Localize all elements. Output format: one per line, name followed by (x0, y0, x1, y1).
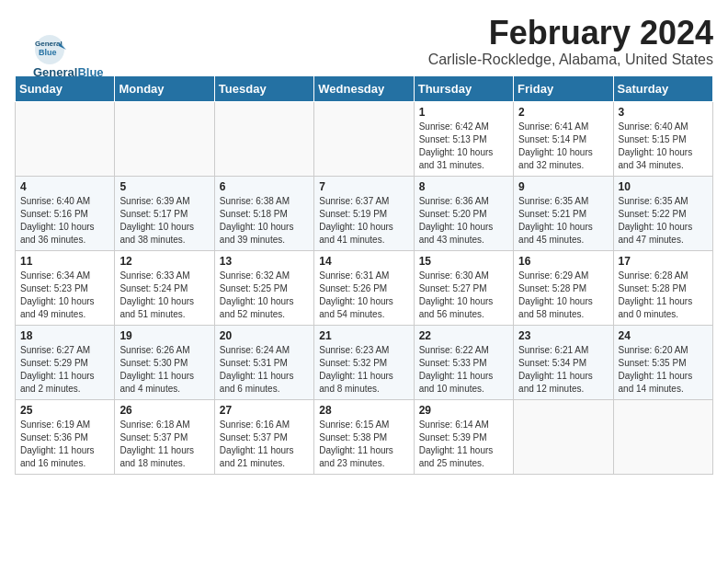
calendar-cell: 17Sunrise: 6:28 AMSunset: 5:28 PMDayligh… (613, 250, 712, 325)
day-info: Sunrise: 6:14 AMSunset: 5:39 PMDaylight:… (419, 419, 508, 470)
day-number: 6 (220, 180, 309, 193)
day-header-sunday: Sunday (16, 75, 115, 101)
calendar-week-row: 18Sunrise: 6:27 AMSunset: 5:29 PMDayligh… (16, 325, 713, 399)
calendar-cell: 8Sunrise: 6:36 AMSunset: 5:20 PMDaylight… (414, 176, 513, 250)
day-number: 5 (119, 180, 209, 193)
day-number: 12 (119, 255, 209, 268)
day-info: Sunrise: 6:35 AMSunset: 5:21 PMDaylight:… (518, 195, 608, 247)
day-info: Sunrise: 6:15 AMSunset: 5:38 PMDaylight:… (319, 419, 408, 470)
day-info: Sunrise: 6:33 AMSunset: 5:24 PMDaylight:… (119, 270, 209, 321)
calendar-cell: 21Sunrise: 6:23 AMSunset: 5:32 PMDayligh… (314, 325, 414, 399)
page-header: February 2024 Carlisle-Rockledge, Alabam… (15, 15, 713, 68)
day-number: 23 (518, 329, 608, 342)
day-number: 7 (319, 180, 408, 193)
day-info: Sunrise: 6:42 AMSunset: 5:13 PMDaylight:… (419, 121, 508, 172)
day-header-wednesday: Wednesday (314, 75, 414, 101)
day-header-saturday: Saturday (613, 75, 712, 101)
calendar-cell: 24Sunrise: 6:20 AMSunset: 5:35 PMDayligh… (613, 325, 712, 399)
day-info: Sunrise: 6:30 AMSunset: 5:27 PMDaylight:… (419, 270, 508, 321)
calendar-table: SundayMondayTuesdayWednesdayThursdayFrid… (15, 75, 713, 475)
svg-text:Blue: Blue (39, 48, 57, 57)
day-number: 29 (419, 404, 508, 417)
day-number: 13 (220, 255, 309, 268)
day-info: Sunrise: 6:31 AMSunset: 5:26 PMDaylight:… (319, 270, 408, 321)
day-number: 18 (20, 329, 109, 342)
month-year-title: February 2024 (15, 15, 713, 52)
calendar-cell: 11Sunrise: 6:34 AMSunset: 5:23 PMDayligh… (16, 250, 115, 325)
day-info: Sunrise: 6:21 AMSunset: 5:34 PMDaylight:… (518, 344, 608, 396)
calendar-cell: 12Sunrise: 6:33 AMSunset: 5:24 PMDayligh… (115, 250, 214, 325)
calendar-cell: 22Sunrise: 6:22 AMSunset: 5:33 PMDayligh… (414, 325, 513, 399)
day-number: 3 (619, 106, 708, 119)
day-number: 22 (419, 329, 508, 342)
calendar-cell: 2Sunrise: 6:41 AMSunset: 5:14 PMDaylight… (514, 101, 613, 176)
day-header-thursday: Thursday (414, 75, 513, 101)
day-number: 11 (20, 255, 109, 268)
calendar-cell: 6Sunrise: 6:38 AMSunset: 5:18 PMDaylight… (214, 176, 313, 250)
calendar-cell (314, 101, 414, 176)
day-info: Sunrise: 6:40 AMSunset: 5:15 PMDaylight:… (619, 121, 708, 172)
logo: General Blue GeneralBlue (33, 33, 104, 78)
calendar-cell (115, 101, 214, 176)
calendar-cell: 27Sunrise: 6:16 AMSunset: 5:37 PMDayligh… (214, 399, 313, 474)
day-info: Sunrise: 6:20 AMSunset: 5:35 PMDaylight:… (619, 344, 708, 396)
calendar-week-row: 1Sunrise: 6:42 AMSunset: 5:13 PMDaylight… (16, 101, 713, 176)
day-info: Sunrise: 6:27 AMSunset: 5:29 PMDaylight:… (20, 344, 109, 396)
day-header-monday: Monday (115, 75, 214, 101)
day-info: Sunrise: 6:24 AMSunset: 5:31 PMDaylight:… (220, 344, 309, 396)
calendar-cell (514, 399, 613, 474)
day-info: Sunrise: 6:16 AMSunset: 5:37 PMDaylight:… (220, 419, 309, 470)
day-number: 16 (518, 255, 608, 268)
day-info: Sunrise: 6:32 AMSunset: 5:25 PMDaylight:… (220, 270, 309, 321)
day-number: 14 (319, 255, 408, 268)
calendar-cell: 15Sunrise: 6:30 AMSunset: 5:27 PMDayligh… (414, 250, 513, 325)
day-header-tuesday: Tuesday (214, 75, 313, 101)
day-info: Sunrise: 6:39 AMSunset: 5:17 PMDaylight:… (119, 195, 209, 247)
day-info: Sunrise: 6:22 AMSunset: 5:33 PMDaylight:… (419, 344, 508, 396)
calendar-week-row: 25Sunrise: 6:19 AMSunset: 5:36 PMDayligh… (16, 399, 713, 474)
calendar-cell: 19Sunrise: 6:26 AMSunset: 5:30 PMDayligh… (115, 325, 214, 399)
day-info: Sunrise: 6:37 AMSunset: 5:19 PMDaylight:… (319, 195, 408, 247)
calendar-cell: 4Sunrise: 6:40 AMSunset: 5:16 PMDaylight… (16, 176, 115, 250)
location-subtitle: Carlisle-Rockledge, Alabama, United Stat… (15, 52, 713, 68)
day-info: Sunrise: 6:36 AMSunset: 5:20 PMDaylight:… (419, 195, 508, 247)
day-number: 19 (119, 329, 209, 342)
day-number: 26 (119, 404, 209, 417)
day-number: 10 (619, 180, 708, 193)
calendar-cell (16, 101, 115, 176)
calendar-week-row: 11Sunrise: 6:34 AMSunset: 5:23 PMDayligh… (16, 250, 713, 325)
day-info: Sunrise: 6:35 AMSunset: 5:22 PMDaylight:… (619, 195, 708, 247)
day-info: Sunrise: 6:38 AMSunset: 5:18 PMDaylight:… (220, 195, 309, 247)
day-number: 2 (518, 106, 608, 119)
calendar-cell: 1Sunrise: 6:42 AMSunset: 5:13 PMDaylight… (414, 101, 513, 176)
calendar-cell: 26Sunrise: 6:18 AMSunset: 5:37 PMDayligh… (115, 399, 214, 474)
calendar-cell (214, 101, 313, 176)
day-number: 8 (419, 180, 508, 193)
calendar-cell: 18Sunrise: 6:27 AMSunset: 5:29 PMDayligh… (16, 325, 115, 399)
calendar-cell: 28Sunrise: 6:15 AMSunset: 5:38 PMDayligh… (314, 399, 414, 474)
calendar-cell: 23Sunrise: 6:21 AMSunset: 5:34 PMDayligh… (514, 325, 613, 399)
day-info: Sunrise: 6:26 AMSunset: 5:30 PMDaylight:… (119, 344, 209, 396)
day-info: Sunrise: 6:40 AMSunset: 5:16 PMDaylight:… (20, 195, 109, 247)
calendar-cell: 16Sunrise: 6:29 AMSunset: 5:28 PMDayligh… (514, 250, 613, 325)
calendar-cell: 10Sunrise: 6:35 AMSunset: 5:22 PMDayligh… (613, 176, 712, 250)
day-number: 27 (220, 404, 309, 417)
day-info: Sunrise: 6:34 AMSunset: 5:23 PMDaylight:… (20, 270, 109, 321)
day-number: 9 (518, 180, 608, 193)
calendar-cell: 20Sunrise: 6:24 AMSunset: 5:31 PMDayligh… (214, 325, 313, 399)
day-info: Sunrise: 6:41 AMSunset: 5:14 PMDaylight:… (518, 121, 608, 172)
day-info: Sunrise: 6:29 AMSunset: 5:28 PMDaylight:… (518, 270, 608, 321)
calendar-cell: 14Sunrise: 6:31 AMSunset: 5:26 PMDayligh… (314, 250, 414, 325)
calendar-cell: 13Sunrise: 6:32 AMSunset: 5:25 PMDayligh… (214, 250, 313, 325)
day-header-friday: Friday (514, 75, 613, 101)
day-info: Sunrise: 6:18 AMSunset: 5:37 PMDaylight:… (119, 419, 209, 470)
day-info: Sunrise: 6:28 AMSunset: 5:28 PMDaylight:… (619, 270, 708, 321)
logo-general: General (33, 65, 77, 79)
day-number: 24 (619, 329, 708, 342)
calendar-cell (613, 399, 712, 474)
day-number: 25 (20, 404, 109, 417)
svg-text:General: General (35, 40, 63, 48)
calendar-cell: 9Sunrise: 6:35 AMSunset: 5:21 PMDaylight… (514, 176, 613, 250)
calendar-week-row: 4Sunrise: 6:40 AMSunset: 5:16 PMDaylight… (16, 176, 713, 250)
logo-blue: Blue (77, 65, 103, 79)
